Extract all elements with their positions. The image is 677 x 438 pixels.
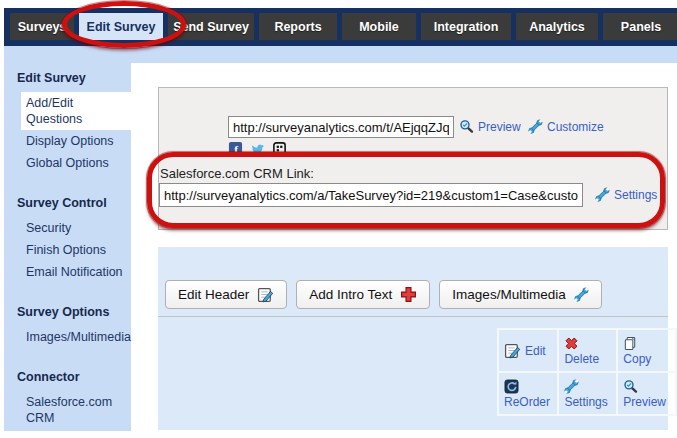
qr-code-icon[interactable] [272,141,287,156]
social-share-row [228,141,287,156]
sidebar-item-salesforce-crm[interactable]: Salesforce.com CRM [4,391,131,429]
sidebar-section-survey-options: Survey Options [17,305,131,319]
survey-link-panel [158,87,668,230]
sidebar-item-global-options[interactable]: Global Options [4,152,131,174]
edit-pad-icon [504,342,521,359]
sidebar-item-images-multimedia[interactable]: Images/Multimedia [4,326,131,348]
crm-url-input[interactable] [159,183,583,207]
plus-icon [400,286,417,303]
settings-action-label: Settings [564,395,607,409]
sidebar-section-connector: Connector [17,370,131,384]
delete-action-label: Delete [564,352,599,366]
twitter-bird-icon[interactable] [250,141,265,156]
reorder-action[interactable]: ReOrder [498,372,558,415]
copy-action-label: Copy [623,352,651,366]
tab-surveys[interactable]: Surveys [10,13,74,40]
top-nav-bar: Surveys Edit Survey Send Survey Reports … [4,8,677,46]
settings-action[interactable]: Settings [558,372,617,415]
table-row: Edit Delete Copy [498,329,676,372]
reorder-action-label: ReOrder [504,395,550,409]
tab-panels[interactable]: Panels [603,13,677,40]
preview-action-label: Preview [623,395,666,409]
images-multimedia-button-label: Images/Multimedia [452,287,565,302]
tab-mobile[interactable]: Mobile [342,13,416,40]
wrench-icon [528,119,543,134]
wrench-icon [595,187,610,202]
preview-action[interactable]: Preview [617,372,676,415]
customize-link[interactable]: Customize [528,119,604,134]
crm-settings-link[interactable]: Settings [595,187,657,202]
table-row: ReOrder Settings Preview [498,372,676,415]
copy-action[interactable]: Copy [617,329,676,372]
add-intro-text-button[interactable]: Add Intro Text [296,280,430,309]
edit-header-button-label: Edit Header [178,287,249,302]
delete-x-icon [564,336,579,351]
edit-action[interactable]: Edit [498,329,558,372]
sidebar-section-edit-survey: Edit Survey [17,71,131,85]
crm-settings-link-label: Settings [614,188,657,202]
sidebar: Edit Survey Add/Edit Questions Display O… [4,46,131,431]
tab-send-survey[interactable]: Send Survey [168,13,254,40]
tab-integration[interactable]: Integration [421,13,511,40]
sidebar-item-display-options[interactable]: Display Options [4,130,131,152]
magnifier-icon [623,379,638,394]
preview-link-label: Preview [478,120,521,134]
images-multimedia-button[interactable]: Images/Multimedia [439,280,601,309]
toolbar-divider [158,316,668,317]
crm-link-label: Salesforce.com CRM Link: [160,166,314,181]
tab-analytics[interactable]: Analytics [516,13,598,40]
wrench-icon [574,287,589,302]
edit-action-label: Edit [525,344,546,358]
edit-pad-icon [257,286,274,303]
tab-reports[interactable]: Reports [259,13,337,40]
preview-link[interactable]: Preview [459,119,521,134]
delete-action[interactable]: Delete [558,329,617,372]
sidebar-item-add-edit-questions[interactable]: Add/Edit Questions [21,92,131,130]
reorder-arrows-icon [504,379,519,394]
sidebar-section-survey-control: Survey Control [17,196,131,210]
survey-url-input[interactable] [228,116,454,138]
add-intro-text-button-label: Add Intro Text [309,287,392,302]
sidebar-item-email-notification[interactable]: Email Notification [4,261,131,283]
customize-link-label: Customize [547,120,604,134]
sidebar-item-finish-options[interactable]: Finish Options [4,239,131,261]
copy-pages-icon [623,336,638,351]
toolbar: Edit Header Add Intro Text Images/Multim… [165,280,602,309]
wrench-icon [564,379,579,394]
page: Surveys Edit Survey Send Survey Reports … [0,0,677,438]
facebook-icon[interactable] [228,141,243,156]
question-actions-table: Edit Delete Copy ReOrder [497,328,677,416]
edit-header-button[interactable]: Edit Header [165,280,287,309]
sidebar-item-security[interactable]: Security [4,217,131,239]
magnifier-icon [459,119,474,134]
tab-edit-survey[interactable]: Edit Survey [79,13,163,40]
